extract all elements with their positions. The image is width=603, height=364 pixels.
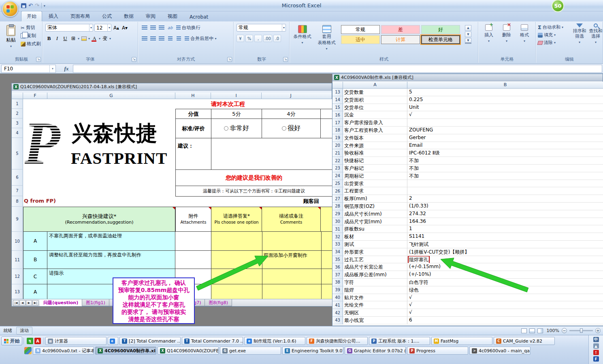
taskbar-button[interactable]: e 制作规范 (Ver:1.0.6) <box>244 337 305 345</box>
sheet-nav-icon[interactable]: ▶| <box>32 300 38 306</box>
annotation-textbox[interactable]: 客户要求过孔塞孔， 确认 预审答复0.85mm超盘中孔 能力的孔双面加小窗 这样… <box>113 277 195 324</box>
label-cell[interactable]: 阻焊 <box>343 286 407 294</box>
taskbar-button[interactable]: X 4C09600VA0制作单.xl... <box>95 347 156 355</box>
gallery-up-icon[interactable]: ▲ <box>465 25 471 31</box>
sheet-nav-icon[interactable]: |◀ <box>13 300 19 306</box>
row-header[interactable]: 16 <box>332 111 343 119</box>
value-cell[interactable]: 1 <box>407 225 603 233</box>
header-choose-reply[interactable]: 请选择答复*Pls choose one option <box>211 207 262 232</box>
header-suggestion[interactable]: 兴森快捷建议*(Recommendation,suggestion) <box>23 207 175 232</box>
value-cell[interactable]: (+/-0.15mm) <box>407 263 603 271</box>
value-cell[interactable]: √ <box>407 111 603 119</box>
copy-button[interactable]: 复制 <box>19 32 42 39</box>
column-header[interactable]: H <box>175 93 211 99</box>
label-cell[interactable]: 板厚(mm) <box>343 195 407 203</box>
eval-partial-cell[interactable] <box>320 119 332 138</box>
label-cell[interactable]: 过孔工艺 <box>343 256 407 264</box>
select-all-corner[interactable] <box>12 93 23 99</box>
align-left-button[interactable] <box>141 35 148 42</box>
taskbar-button[interactable]: G Graphic Editor 9.07b2 (0... <box>345 347 406 355</box>
label-cell[interactable]: 外形要求 <box>343 248 407 256</box>
column-header[interactable]: B <box>407 82 603 89</box>
phonetic-button[interactable]: 变 <box>101 35 109 42</box>
row-header[interactable]: 29 <box>332 210 343 218</box>
label-cell[interactable]: 测试 <box>343 241 407 248</box>
row-header[interactable]: 2 <box>12 109 23 119</box>
quick-launch-icon[interactable]: ↯ <box>27 338 33 344</box>
number-format-select[interactable]: 常规▾ <box>237 24 286 32</box>
align-middle-button[interactable] <box>149 24 157 31</box>
gallery-down-icon[interactable]: ▼ <box>465 32 471 37</box>
align-top-button[interactable] <box>141 24 148 31</box>
workbook-window-worksheet[interactable]: X 4C09600VA0制作单.xls [兼容模式] AB 13 交货数量 5 … <box>332 74 603 326</box>
chevron-down-icon[interactable]: ▾ <box>89 24 93 31</box>
taskbar-button[interactable]: e <box>108 337 118 345</box>
label-cell[interactable]: 客户工程资料录入 <box>343 127 407 134</box>
paste-dropdown-icon[interactable]: ▾ <box>10 44 12 48</box>
taskbar-button[interactable]: F 兴森快捷衡阳分公司... <box>307 337 368 345</box>
taskbar-button[interactable]: P Progress <box>407 347 468 355</box>
ribbon-tab[interactable]: 审阅 <box>140 11 161 21</box>
header-comments[interactable]: 描述或备注Comments <box>262 207 321 232</box>
fill-color-button[interactable] <box>80 35 87 42</box>
paste-button[interactable]: 粘贴 ▾ <box>3 23 19 56</box>
row-header[interactable]: 40 <box>332 294 343 302</box>
row-header[interactable]: 31 <box>332 225 343 233</box>
row-header[interactable]: 12 <box>12 269 23 284</box>
chevron-down-icon[interactable]: ▾ <box>78 37 79 40</box>
dialog-launcher-icon[interactable]: ↘ <box>227 57 232 62</box>
taskbar-button[interactable]: T Total Commander 7.0 ... <box>182 337 243 345</box>
value-cell[interactable]: √ <box>407 309 603 317</box>
bold-button[interactable]: B <box>45 35 53 42</box>
dialog-launcher-icon[interactable]: ↘ <box>283 57 288 62</box>
taskbar-button[interactable]: N 4c09600va0.txt - 记事本 <box>33 347 94 355</box>
title-bar[interactable]: ↶ ↷ ▾ Microsoft Excel 50 <box>0 0 603 11</box>
reply-cell[interactable] <box>211 232 262 251</box>
label-cell[interactable]: 文件版本 <box>343 134 407 142</box>
radio-icon[interactable] <box>282 126 286 131</box>
format-cells-button[interactable]: 格式▾ <box>516 24 533 43</box>
format-as-table-button[interactable]: 套用 表格格式 ▾ <box>315 23 338 57</box>
cut-button[interactable]: ✂剪切 <box>19 24 42 31</box>
logo-cell[interactable]: P 兴森快捷 FASTPRINT <box>23 99 175 196</box>
row-header[interactable]: 13 <box>332 89 343 96</box>
partial-cell[interactable] <box>322 232 332 251</box>
label-cell[interactable]: 光绘文件 <box>343 301 407 309</box>
row-header[interactable]: 42 <box>332 309 343 317</box>
taskbar-button[interactable]: G get.exe <box>220 347 281 355</box>
row-header[interactable]: 5 <box>12 138 23 169</box>
font-family-select[interactable]: 宋体▾ <box>45 24 93 32</box>
row-header[interactable]: 27 <box>332 195 343 203</box>
label-cell[interactable]: 客户标记 <box>343 165 407 172</box>
label-cell[interactable]: 工程要求 <box>343 187 407 195</box>
increase-indent-button[interactable] <box>175 35 182 42</box>
row-header[interactable]: 26 <box>332 187 343 195</box>
zoom-slider-thumb[interactable] <box>580 328 583 333</box>
taskbar-button[interactable]: ▦ 计算器 <box>45 337 107 345</box>
value-cell[interactable]: 0.225 <box>407 96 603 104</box>
chevron-down-icon[interactable]: ▾ <box>88 37 90 40</box>
chevron-down-icon[interactable]: ▾ <box>282 24 286 31</box>
label-cell[interactable]: 周期标记 <box>343 172 407 180</box>
suggest-input-cell[interactable] <box>211 138 332 170</box>
row-header[interactable]: 23 <box>332 165 343 172</box>
value-cell[interactable]: 不加 <box>407 157 603 165</box>
cell-style-option[interactable]: 差 <box>381 25 420 34</box>
option-key-cell[interactable]: C <box>23 269 47 284</box>
row-header[interactable]: 19 <box>332 134 343 142</box>
label-cell[interactable]: 验收标准 <box>343 149 407 157</box>
decrease-indent-button[interactable] <box>166 35 174 42</box>
option-key-cell[interactable]: A <box>23 232 47 251</box>
row-header[interactable]: 43 <box>332 317 343 324</box>
value-cell[interactable]: √ <box>407 301 603 309</box>
apps-icon[interactable] <box>24 347 32 354</box>
sort-filter-button[interactable]: 排序和筛选▾ <box>572 23 587 45</box>
label-cell[interactable]: 拼板数su <box>343 225 407 233</box>
q-from-fp-text[interactable]: Q from FP) <box>24 198 56 204</box>
label-cell[interactable]: 字符 <box>343 279 407 286</box>
row-header[interactable]: 4 <box>12 128 23 138</box>
number-format-button[interactable]: % <box>245 35 253 42</box>
comment-cell[interactable] <box>262 232 322 251</box>
taskbar-button[interactable]: > 4c09600va0 - main_qa <box>469 347 531 355</box>
label-cell[interactable]: 无铜区 <box>343 309 407 317</box>
